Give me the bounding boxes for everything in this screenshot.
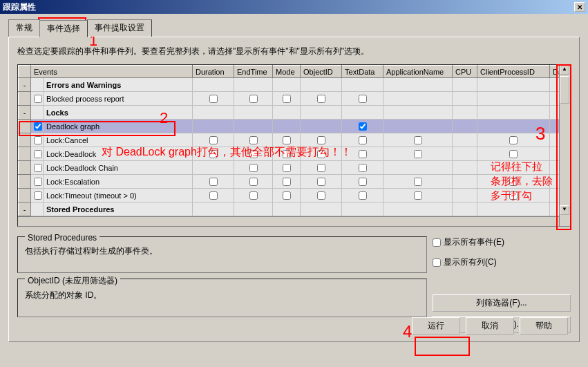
event-checkbox[interactable] [34,150,42,158]
cell-checkbox[interactable] [283,191,291,200]
show-all-events-checkbox[interactable] [433,238,441,247]
table-row[interactable]: -Locks [19,106,560,120]
event-name: Blocked process report [44,92,193,106]
cell-checkbox[interactable] [283,95,291,103]
tab-general[interactable]: 常规 [8,19,40,37]
event-name: Lock:Deadlock [44,147,193,161]
cell-checkbox[interactable] [209,178,218,186]
cell-checkbox[interactable] [359,150,367,158]
col-endtime[interactable]: EndTime [234,66,273,78]
cell-checkbox[interactable] [414,178,422,186]
cell-checkbox[interactable] [414,150,422,158]
cell-checkbox[interactable] [209,136,218,144]
cell-checkbox[interactable] [509,191,518,200]
tree-toggle[interactable]: - [19,78,31,92]
cancel-button[interactable]: 取消 [466,317,514,335]
cell-checkbox[interactable] [359,178,367,186]
col-events[interactable]: Events [31,66,193,78]
cell-checkbox[interactable] [249,95,258,103]
event-name: Lock:Cancel [44,133,193,147]
cell-checkbox[interactable] [509,178,518,186]
event-checkbox[interactable] [34,95,42,103]
cell-checkbox[interactable] [249,178,258,186]
cell-checkbox[interactable] [509,150,518,158]
tree-toggle[interactable]: - [19,203,31,216]
cell-checkbox[interactable] [249,191,258,200]
show-all-events-row[interactable]: 显示所有事件(E) [433,236,571,248]
cell-checkbox[interactable] [359,164,367,172]
cell-checkbox[interactable] [359,122,367,131]
col-cpu[interactable]: CPU [453,66,477,78]
help-button[interactable]: 帮助 [520,317,568,335]
cell-checkbox[interactable] [317,191,325,200]
tab-event-extract[interactable]: 事件提取设置 [87,19,152,37]
table-row[interactable]: Deadlock graph [19,120,560,133]
tab-event-select[interactable]: 事件选择 [39,20,88,37]
event-name: Locks [44,106,193,120]
cell-checkbox[interactable] [414,136,422,144]
cell-checkbox[interactable] [359,136,367,144]
cell-checkbox[interactable] [414,191,422,200]
cell-checkbox[interactable] [209,95,218,103]
cell-checkbox[interactable] [317,164,325,172]
col-clientpid[interactable]: ClientProcessID [477,66,550,78]
cell-checkbox[interactable] [317,150,325,158]
tree-toggle[interactable]: - [19,106,31,120]
tree-toggle [19,92,31,106]
event-checkbox[interactable] [34,136,42,144]
col-textdata[interactable]: TextData [342,66,383,78]
cell-checkbox[interactable] [283,150,291,158]
table-row[interactable]: Lock:Deadlock [19,147,560,161]
show-all-cols-row[interactable]: 显示所有列(C) [433,256,571,268]
col-objectid[interactable]: ObjectID [301,66,342,78]
col-duration[interactable]: Duration [193,66,234,78]
event-name: Lock:Deadlock Chain [44,161,193,175]
scroll-thumb[interactable] [560,76,569,104]
col-dat[interactable]: Dat [550,66,559,78]
cell-checkbox[interactable] [209,191,218,200]
table-row[interactable]: Lock:Deadlock Chain [19,161,560,175]
tab-panel: 检查选定要跟踪的事件和事件列。要查看完整列表，请选择"显示所有事件"和"显示所有… [8,37,580,342]
table-row[interactable]: Blocked process report [19,92,560,106]
scroll-up-button[interactable]: ▲ [560,65,569,75]
cell-checkbox[interactable] [317,95,325,103]
event-checkbox[interactable] [34,191,42,200]
cell-checkbox[interactable] [283,136,291,144]
scroll-down-button[interactable]: ▼ [560,205,569,215]
event-checkbox[interactable] [34,122,42,131]
table-row[interactable]: -Stored Procedures [19,203,560,216]
cell-checkbox[interactable] [249,164,258,172]
table-row[interactable]: -Errors and Warnings [19,78,560,92]
window-title: 跟踪属性 [3,1,36,13]
col-mode[interactable]: Mode [273,66,301,78]
cell-checkbox[interactable] [249,150,258,158]
cell-checkbox[interactable] [359,191,367,200]
event-checkbox[interactable] [34,178,42,186]
event-checkbox[interactable] [34,164,42,172]
vertical-scrollbar[interactable]: ▲ ▼ [559,65,570,226]
event-name: Stored Procedures [44,203,193,216]
run-button[interactable]: 运行 [412,317,460,335]
horizontal-scrollbar[interactable] [18,216,559,226]
cell-checkbox[interactable] [209,150,218,158]
tree-toggle [19,133,31,147]
table-row[interactable]: Lock:Escalation [19,175,560,189]
show-all-cols-label: 显示所有列(C) [444,256,497,268]
table-row[interactable]: Lock:Cancel [19,133,560,147]
cell-checkbox[interactable] [509,136,518,144]
close-button[interactable]: ✕ [574,2,585,12]
cell-checkbox[interactable] [283,164,291,172]
cell-checkbox[interactable] [249,136,258,144]
event-name: Errors and Warnings [44,78,193,92]
col-appname[interactable]: ApplicationName [383,66,453,78]
cell-checkbox[interactable] [283,178,291,186]
cell-checkbox[interactable] [317,136,325,144]
cell-checkbox[interactable] [317,178,325,186]
table-row[interactable]: Lock:Timeout (timeout > 0) [19,189,560,203]
tree-toggle [19,189,31,203]
event-name: Lock:Timeout (timeout > 0) [44,189,193,203]
table-header-row: Events Duration EndTime Mode ObjectID Te… [19,66,560,78]
column-filter-button[interactable]: 列筛选器(F)... [433,294,571,312]
cell-checkbox[interactable] [359,95,367,103]
show-all-cols-checkbox[interactable] [433,258,441,267]
